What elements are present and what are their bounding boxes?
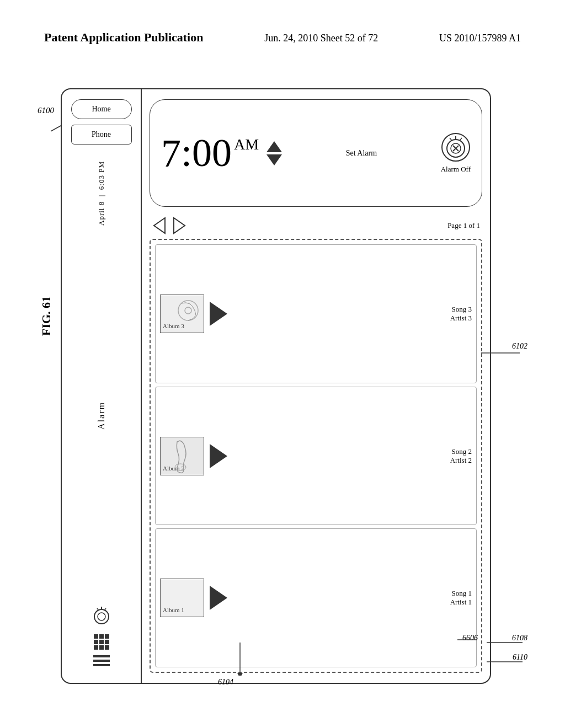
sidebar-bottom-icons [92, 606, 111, 673]
home-label: Home [92, 105, 110, 114]
page-indicator: Page 1 of 1 [447, 221, 480, 230]
nav-prev-arrow[interactable] [152, 217, 167, 234]
album-art-1: Album 1 [160, 579, 204, 617]
ref-6102-line [481, 347, 525, 364]
alarm-toggle-button[interactable] [441, 133, 470, 162]
play-button-1[interactable] [210, 586, 227, 610]
time-arrows [266, 141, 282, 165]
artist-name-1: Artist 1 [450, 598, 472, 607]
time-display: 7 : 00 AM [161, 130, 282, 176]
song-row-2[interactable]: Album 2 Song 2 Artist 2 [155, 387, 477, 526]
album-art-3-image: Album 3 [161, 295, 204, 333]
alarm-icon-container[interactable] [92, 606, 111, 625]
sidebar-date: April 8 [97, 201, 105, 226]
phone-button[interactable]: Phone [71, 125, 132, 144]
alarm-section: 7 : 00 AM Set Alarm [150, 99, 482, 207]
sidebar: Home Phone April 8 | 6:03 PM Alarm [62, 89, 142, 683]
svg-marker-15 [174, 218, 185, 233]
alarm-off-label: Alarm Off [441, 165, 471, 174]
time-up-arrow[interactable] [266, 141, 282, 152]
album-art-3: Album 3 [160, 295, 204, 333]
ref-6104-label: 6104 [218, 678, 233, 687]
svg-marker-14 [154, 218, 165, 233]
time-minute: 00 [192, 130, 232, 176]
publication-title: Patent Application Publication [44, 30, 203, 45]
home-button[interactable]: Home [71, 99, 132, 119]
svg-point-2 [94, 609, 109, 624]
ref-6108-line [487, 637, 525, 648]
time-ampm: AM [234, 136, 259, 153]
ref-6606-line [457, 631, 479, 648]
main-content: 7 : 00 AM Set Alarm [142, 89, 490, 683]
nav-left [152, 217, 187, 234]
ref-6110-line [487, 656, 525, 667]
album-art-2: Album 2 [160, 437, 204, 475]
song-name-3: Song 3 [452, 305, 472, 314]
artist-name-2: Artist 2 [450, 456, 472, 465]
device-frame: Home Phone April 8 | 6:03 PM Alarm [61, 88, 491, 684]
artist-name-3: Artist 3 [450, 314, 472, 323]
album-art-1-image: Album 1 [161, 579, 204, 617]
nav-row: Page 1 of 1 [150, 217, 482, 234]
ref-6104-line [232, 643, 248, 676]
song-name-1: Song 1 [452, 589, 472, 598]
phone-label: Phone [92, 130, 111, 139]
set-alarm-container: Set Alarm [346, 149, 377, 158]
song-info-3: Song 3 Artist 3 [233, 305, 472, 323]
svg-marker-27 [237, 673, 243, 676]
sidebar-alarm-label: Alarm [97, 402, 106, 430]
alarm-off-container: Alarm Off [441, 133, 471, 174]
alarm-off-icon [444, 135, 468, 159]
time-colon: : [181, 130, 192, 176]
figure-label: FIG. 61 [39, 296, 54, 336]
grid-icon[interactable] [94, 634, 109, 650]
play-button-3[interactable] [210, 302, 227, 326]
set-alarm-label: Set Alarm [346, 149, 377, 158]
list-icon[interactable] [93, 655, 110, 666]
song-name-2: Song 2 [452, 447, 472, 456]
play-button-2[interactable] [210, 444, 227, 468]
song-info-1: Song 1 Artist 1 [233, 589, 472, 607]
alarm-icon [92, 606, 111, 625]
song-rows: Album 3 Song 3 Artist 3 [155, 244, 477, 667]
album-art-2-image: Album 2 [161, 437, 204, 475]
song-row-3[interactable]: Album 3 Song 3 Artist 3 [155, 244, 477, 383]
sidebar-datetime: April 8 | 6:03 PM [97, 161, 106, 226]
time-down-arrow[interactable] [266, 154, 282, 165]
publication-number: US 2010/157989 A1 [439, 33, 521, 44]
svg-line-11 [460, 138, 462, 141]
song-row-1[interactable]: Album 1 Song 1 Artist 1 [155, 528, 477, 667]
page-header: Patent Application Publication Jun. 24, … [0, 30, 565, 45]
sidebar-time: 6:03 PM [97, 161, 105, 190]
svg-text:Album 3: Album 3 [163, 323, 184, 329]
svg-line-10 [450, 138, 452, 141]
svg-text:Album 1: Album 1 [163, 607, 184, 613]
ref-6100-label: 6100 [38, 106, 54, 115]
publication-date-sheet: Jun. 24, 2010 Sheet 52 of 72 [264, 33, 378, 44]
nav-next-arrow[interactable] [172, 217, 187, 234]
time-hour: 7 [161, 133, 181, 173]
music-list-section: Album 3 Song 3 Artist 3 [150, 239, 482, 673]
svg-point-3 [98, 613, 105, 620]
song-info-2: Song 2 Artist 2 [233, 447, 472, 465]
